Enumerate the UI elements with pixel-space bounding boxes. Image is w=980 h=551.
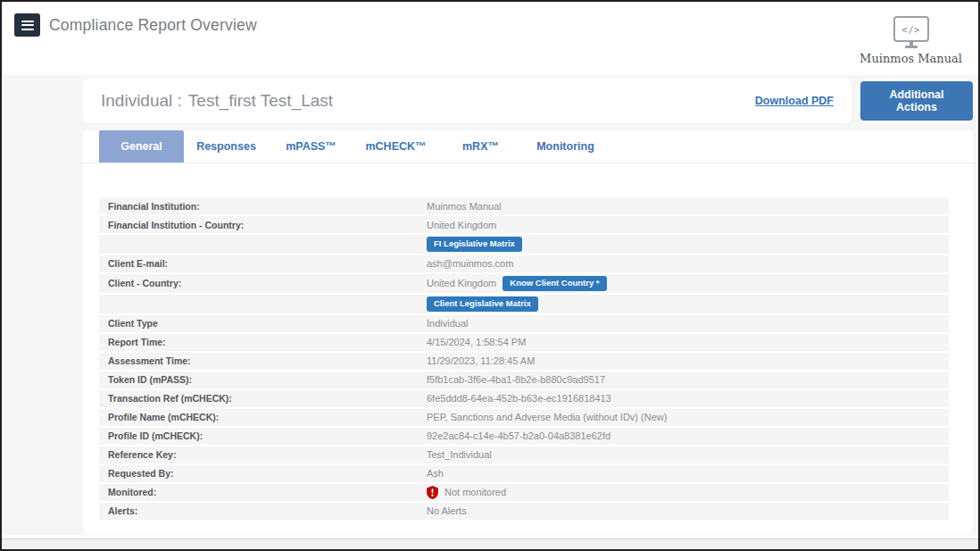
shield-alert-icon	[427, 486, 438, 499]
detail-row-financial-institution-country: Financial Institution - Country:United K…	[99, 216, 949, 233]
tab-mrx[interactable]: mRX™	[438, 130, 523, 163]
value-text: 4/15/2024, 1:58:54 PM	[427, 337, 526, 347]
detail-value: Ash	[427, 466, 949, 480]
details-table: Financial Institution:Muinmos ManualFina…	[83, 163, 973, 520]
value-text: ash@muinmos.com	[427, 258, 513, 269]
detail-value: 11/29/2023, 11:28:45 AM	[427, 354, 949, 368]
value-text: Muinmos Manual	[427, 201, 502, 212]
topbar: Compliance Report Overview </> Muinmos M…	[2, 2, 978, 75]
tab-responses[interactable]: Responses	[184, 130, 269, 163]
detail-label: Financial Institution:	[99, 199, 427, 213]
badge-client-legislative-matrix[interactable]: Client Legislative Matrix	[427, 296, 538, 312]
menu-button[interactable]	[14, 13, 40, 37]
hamburger-icon	[21, 21, 34, 22]
detail-value: PEP, Sanctions and Adverse Media (withou…	[427, 410, 949, 424]
detail-value: f5fb1cab-3f6e-4ba1-8b2e-b880c9ad9517	[427, 372, 949, 387]
detail-value: ash@muinmos.com	[427, 256, 949, 271]
detail-label: Client - Country:	[99, 276, 427, 290]
detail-value: United KingdomKnow Client Country *	[427, 274, 949, 293]
value-text: United Kingdom	[427, 278, 496, 288]
additional-actions-box: Additional Actions	[860, 79, 973, 123]
tab-mpass[interactable]: mPASS™	[269, 130, 353, 163]
tab-monitoring[interactable]: Monitoring	[523, 130, 608, 163]
detail-label: Transaction Ref (mCHECK):	[99, 391, 427, 405]
badge-know-client-country[interactable]: Know Client Country *	[502, 276, 606, 291]
horizontal-scrollbar[interactable]	[2, 538, 978, 549]
detail-row-reference-key: Reference Key:Test_Individual	[99, 447, 949, 463]
value-text: 11/29/2023, 11:28:45 AM	[427, 355, 535, 366]
tab-mcheck[interactable]: mCHECK™	[353, 130, 438, 163]
detail-label: Report Time:	[99, 335, 427, 349]
detail-value: 4/15/2024, 1:58:54 PM	[427, 335, 949, 349]
detail-label: Profile ID (mCHECK):	[99, 429, 427, 443]
value-text: 92e2ac84-c14e-4b57-b2a0-04a8381e62fd	[427, 430, 610, 441]
value-text: No Alerts	[427, 505, 467, 516]
monitor-code-icon: </>	[893, 16, 929, 42]
detail-row-profile-id-mcheck: Profile ID (mCHECK):92e2ac84-c14e-4b57-b…	[99, 428, 949, 445]
detail-label: Monitored:	[99, 485, 427, 499]
detail-value: 6fe5ddd8-64ea-452b-b63e-ec1916818413	[427, 391, 949, 405]
report-header-row: Individual : Test_first Test_Last Downlo…	[83, 79, 973, 123]
detail-label: Requested By:	[99, 466, 427, 480]
detail-value: FI Legislative Matrix	[427, 235, 949, 254]
detail-value: United Kingdom	[427, 218, 949, 232]
detail-label: Financial Institution - Country:	[99, 218, 427, 232]
report-title-strip: Individual : Test_first Test_Last Downlo…	[83, 79, 851, 123]
client-name: Test_first Test_Last	[188, 91, 333, 111]
detail-label	[99, 242, 427, 246]
detail-value: Test_Individual	[427, 447, 949, 462]
client-type-label: Individual :	[101, 91, 182, 111]
detail-row-client-country: Client - Country:United KingdomKnow Clie…	[99, 274, 949, 293]
detail-row: Client Legislative Matrix	[99, 295, 949, 313]
additional-actions-button[interactable]: Additional Actions	[860, 81, 973, 121]
page-title: Compliance Report Overview	[49, 16, 257, 35]
detail-value: 92e2ac84-c14e-4b57-b2a0-04a8381e62fd	[427, 429, 949, 443]
detail-value: Muinmos Manual	[427, 199, 949, 213]
detail-label: Profile Name (mCHECK):	[99, 410, 427, 424]
value-text: Test_Individual	[427, 449, 492, 460]
tab-general[interactable]: General	[99, 130, 184, 163]
value-text: PEP, Sanctions and Adverse Media (withou…	[427, 412, 667, 422]
detail-label	[99, 302, 427, 305]
detail-row-token-id-mpass: Token ID (mPASS):f5fb1cab-3f6e-4ba1-8b2e…	[99, 372, 949, 388]
detail-row-assessment-time: Assessment Time:11/29/2023, 11:28:45 AM	[99, 353, 949, 370]
detail-row-client-e-mail: Client E-mail:ash@muinmos.com	[99, 255, 949, 272]
detail-value: Individual	[427, 316, 949, 330]
value-text: 6fe5ddd8-64ea-452b-b63e-ec1916818413	[427, 393, 611, 404]
detail-row-report-time: Report Time:4/15/2024, 1:58:54 PM	[99, 334, 949, 351]
detail-row-transaction-ref-mcheck: Transaction Ref (mCHECK):6fe5ddd8-64ea-4…	[99, 390, 949, 407]
detail-row-financial-institution: Financial Institution:Muinmos Manual	[99, 197, 949, 214]
brand-logo: </> Muinmos Manual	[860, 16, 962, 65]
detail-row-client-type: Client TypeIndividual	[99, 315, 949, 332]
detail-row: FI Legislative Matrix	[99, 235, 949, 254]
detail-label: Client E-mail:	[99, 256, 427, 271]
report-title: Individual : Test_first Test_Last	[101, 91, 333, 111]
detail-row-alerts: Alerts:No Alerts	[99, 503, 949, 520]
code-glyph: </>	[901, 24, 919, 35]
detail-value: Client Legislative Matrix	[427, 295, 949, 313]
detail-row-requested-by: Requested By:Ash	[99, 465, 949, 482]
detail-label: Reference Key:	[99, 447, 427, 462]
content-area: Individual : Test_first Test_Last Downlo…	[2, 75, 978, 535]
detail-label: Alerts:	[99, 504, 427, 518]
download-pdf-link[interactable]: Download PDF	[755, 95, 834, 107]
value-text: Individual	[427, 318, 468, 329]
brand-name: Muinmos Manual	[860, 52, 962, 65]
value-text: Not monitored	[444, 487, 506, 497]
tab-bar: GeneralResponsesmPASS™mCHECK™mRX™Monitor…	[83, 130, 973, 163]
detail-value: Not monitored	[427, 484, 949, 501]
browser-frame: Compliance Report Overview </> Muinmos M…	[0, 0, 980, 551]
detail-value: No Alerts	[427, 504, 949, 518]
detail-row-profile-name-mcheck: Profile Name (mCHECK):PEP, Sanctions and…	[99, 409, 949, 426]
badge-fi-legislative-matrix[interactable]: FI Legislative Matrix	[427, 237, 522, 252]
detail-label: Token ID (mPASS):	[99, 372, 427, 387]
value-text: Ash	[427, 468, 444, 479]
detail-row-monitored: Monitored:Not monitored	[99, 484, 949, 501]
detail-label: Assessment Time:	[99, 354, 427, 368]
report-card: GeneralResponsesmPASS™mCHECK™mRX™Monitor…	[83, 130, 973, 534]
value-text: United Kingdom	[427, 220, 496, 230]
value-text: f5fb1cab-3f6e-4ba1-8b2e-b880c9ad9517	[427, 374, 605, 385]
detail-label: Client Type	[99, 316, 427, 330]
